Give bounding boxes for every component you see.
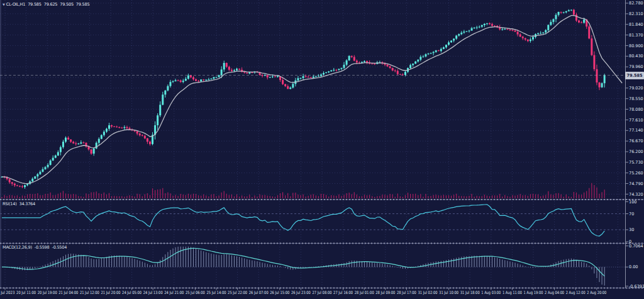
candle-body [474, 28, 475, 28]
candle-body [75, 144, 77, 144]
candle-body [353, 57, 355, 60]
candle-body [570, 10, 572, 11]
candle-body [453, 38, 455, 40]
candle-body [463, 31, 465, 33]
candle-body [575, 14, 577, 20]
macd-axis-label: 0.00 [629, 264, 638, 269]
candle-body [323, 73, 325, 74]
candle-body [126, 127, 128, 128]
candle-body [93, 149, 95, 154]
symbol-dropdown-icon[interactable]: ▼ [3, 3, 5, 6]
candle-body [583, 20, 585, 23]
rsi-line [2, 205, 604, 236]
candle-body [142, 135, 143, 136]
candle-body [246, 73, 248, 74]
time-axis-label: 21 Jul 12:00 [80, 290, 99, 295]
candle-body [501, 29, 503, 30]
candle-body [106, 129, 108, 132]
candle-body [425, 54, 426, 56]
candle-body [108, 125, 110, 129]
candle-body [414, 62, 416, 64]
time-axis-label: 28 Jul 17:00 [397, 290, 416, 295]
candle-body [31, 179, 33, 181]
candle-body [65, 138, 67, 142]
candle-body [550, 22, 552, 25]
candle-body [159, 104, 161, 115]
candle-body [98, 139, 100, 143]
candle-body [455, 36, 457, 39]
candle-body [77, 144, 79, 144]
candle-body [343, 65, 345, 68]
price-axis-label: 74.790 [629, 181, 643, 186]
candle-body [136, 131, 138, 133]
candle-body [123, 127, 125, 128]
candle-body [231, 70, 233, 71]
candle-body [16, 185, 18, 186]
candle-body [545, 30, 547, 33]
time-axis-label: 26 Jul 15:00 [270, 290, 289, 295]
rsi-value: 34.3764 [19, 201, 35, 206]
candle-body [42, 169, 43, 172]
price-axis-label: 74.320 [629, 192, 643, 197]
price-axis-label: 82.780 [629, 1, 643, 6]
candle-body [223, 63, 225, 69]
rsi-axis-label: 70 [629, 212, 634, 217]
candle-body [11, 183, 13, 184]
candle-body [197, 81, 199, 81]
candle-body [458, 34, 460, 35]
time-axis-label: 31 Jul 18:00 [460, 290, 480, 295]
candle-body [149, 142, 151, 144]
price-axis-label: 82.310 [629, 11, 643, 16]
chart-canvas[interactable]: 82.78082.31081.84081.37080.90080.43079.9… [0, 0, 644, 299]
candle-body [593, 55, 595, 69]
candle-body [210, 79, 212, 79]
time-axis-label: 27 Jul 16:00 [333, 290, 353, 295]
time-axis-label: 25 Jul 14:00 [207, 290, 226, 295]
candle-body [50, 161, 52, 165]
candle-body [144, 136, 146, 138]
candle-body [494, 26, 496, 26]
price-axis-label: 77.140 [629, 128, 643, 133]
candle-body [552, 19, 554, 21]
candle-body [182, 81, 184, 82]
candle-body [580, 23, 582, 23]
candle-body [272, 76, 274, 77]
rsi-indicator-label: RSI(14)34.3764 [3, 201, 38, 206]
candle-body [47, 165, 49, 167]
candle-body [192, 77, 194, 79]
candle-body [313, 77, 314, 78]
candle-body [82, 142, 84, 143]
candle-body [91, 149, 92, 154]
candle-body [251, 72, 253, 73]
candle-body [506, 29, 508, 30]
candle-body [599, 82, 601, 87]
time-axis-label: 21 Jul 20:00 [101, 290, 121, 295]
candle-body [445, 45, 447, 47]
candle-body [67, 138, 69, 140]
candle-body [185, 79, 187, 81]
time-axis-label: 31 Jul 10:00 [439, 290, 458, 295]
candle-body [568, 10, 570, 11]
candle-body [328, 71, 330, 72]
price-axis-label: 79.960 [629, 64, 643, 69]
symbol-timeframe-label: CL-OIL,H1 [6, 2, 26, 7]
candle-body [55, 155, 57, 158]
candle-body [596, 69, 597, 82]
candle-body [471, 28, 473, 31]
candle-body [325, 72, 327, 73]
candle-body [200, 79, 202, 81]
rsi-axis-label: 100 [629, 200, 636, 205]
candle-body [530, 40, 531, 42]
candle-body [440, 49, 442, 51]
candle-body [238, 69, 240, 70]
trading-terminal-chart: 82.78082.31081.84081.37080.90080.43079.9… [0, 0, 644, 299]
candle-body [318, 76, 319, 77]
candle-body [36, 174, 38, 177]
price-axis-label: 76.670 [629, 138, 643, 144]
candle-body [139, 133, 141, 135]
current-price-tag: 79.585 [625, 72, 644, 79]
candle-body [14, 184, 16, 186]
candle-body [547, 25, 549, 30]
price-axis-label: 77.610 [629, 118, 643, 123]
candle-body [578, 21, 580, 23]
